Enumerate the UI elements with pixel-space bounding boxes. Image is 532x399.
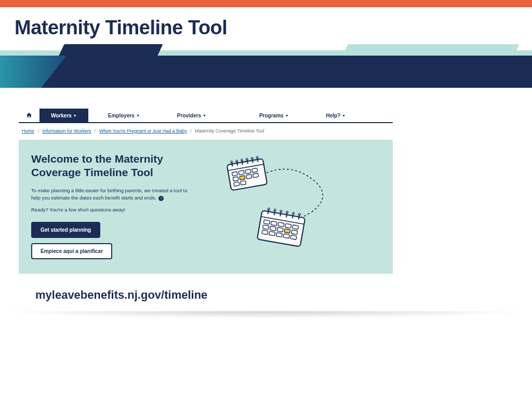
chevron-down-icon: ▼	[73, 114, 77, 117]
nav-workers[interactable]: Workers ▼	[39, 109, 88, 122]
nav-home[interactable]	[19, 112, 39, 119]
nav-providers[interactable]: Providers ▼	[169, 113, 215, 118]
decor-navy-band	[0, 56, 532, 88]
breadcrumb-link[interactable]: When You're Pregnant or Just Had a Baby	[99, 128, 187, 134]
site-nav: Workers ▼ Employers ▼ Providers ▼ Progra…	[19, 109, 393, 123]
slide-title: Maternity Timeline Tool	[15, 17, 517, 39]
nav-label: Employers	[108, 113, 135, 118]
svg-rect-0	[227, 158, 268, 190]
chevron-down-icon: ▼	[285, 114, 289, 117]
nav-label: Help?	[326, 113, 341, 118]
nav-employers[interactable]: Employers ▼	[100, 113, 148, 118]
info-icon[interactable]: i	[158, 196, 164, 201]
browser-screenshot: Workers ▼ Employers ▼ Providers ▼ Progra…	[19, 109, 393, 274]
chevron-down-icon: ▼	[342, 114, 345, 117]
home-icon	[26, 112, 32, 119]
decor-light-tab	[342, 44, 519, 57]
svg-point-12	[256, 156, 259, 159]
svg-point-7	[231, 161, 233, 163]
svg-rect-19	[240, 176, 245, 180]
get-started-button[interactable]: Get started planning	[31, 222, 100, 238]
breadcrumb-current: Maternity Coverage Timeline Tool	[195, 128, 264, 134]
breadcrumb-sep: /	[190, 128, 192, 134]
start-spanish-button[interactable]: Empiece aquí a planificar	[31, 243, 112, 259]
hero-title: Welcome to the Maternity Coverage Timeli…	[31, 152, 197, 180]
content-area: Workers ▼ Employers ▼ Providers ▼ Progra…	[0, 94, 532, 302]
chevron-down-icon: ▼	[203, 114, 206, 117]
url-caption: myleavebenefits.nj.gov/timeline	[35, 288, 513, 302]
hero-text-column: Welcome to the Maternity Coverage Timeli…	[31, 152, 197, 259]
nav-programs[interactable]: Programs ▼	[251, 113, 297, 118]
nav-label: Providers	[177, 113, 201, 118]
hero-panel: Welcome to the Maternity Coverage Timeli…	[19, 140, 393, 274]
hero-description: To make planning a little easier for bir…	[31, 187, 197, 202]
svg-rect-46	[284, 229, 290, 233]
nav-label: Workers	[51, 113, 72, 118]
breadcrumb-sep: /	[38, 128, 39, 134]
svg-point-10	[246, 158, 248, 161]
breadcrumb-sep: /	[95, 128, 96, 134]
hero-illustration	[203, 152, 380, 259]
breadcrumb-link[interactable]: Information for Workers	[43, 128, 91, 134]
svg-point-33	[280, 210, 283, 212]
calendars-illustration	[203, 152, 343, 256]
hero-ready-text: Ready? You're a few short questions away…	[31, 207, 197, 212]
top-accent-bar	[0, 0, 532, 7]
bottom-shadow	[0, 311, 532, 318]
breadcrumb: Home / Information for Workers / When Yo…	[19, 123, 393, 140]
decor-band	[0, 47, 532, 94]
title-area: Maternity Timeline Tool	[0, 7, 532, 47]
svg-point-8	[235, 160, 238, 163]
chevron-down-icon: ▼	[136, 114, 140, 117]
svg-point-32	[274, 209, 276, 211]
nav-label: Programs	[259, 113, 284, 118]
breadcrumb-link[interactable]: Home	[22, 128, 34, 134]
nav-help[interactable]: Help? ▼	[318, 113, 354, 118]
decor-navy-tab	[58, 44, 163, 57]
